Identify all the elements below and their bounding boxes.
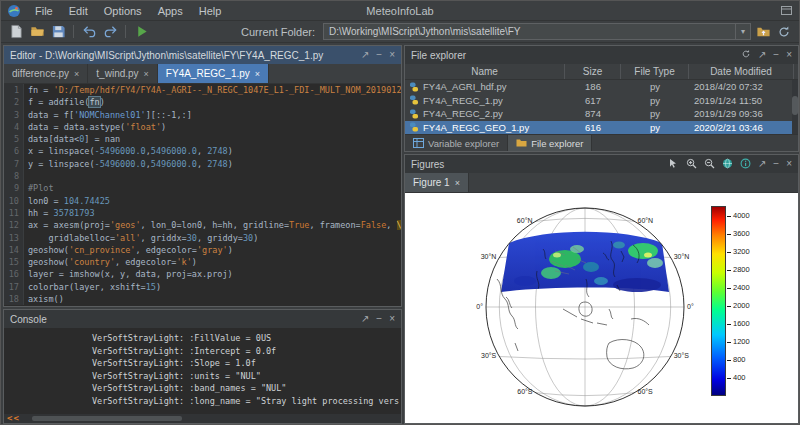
code-line: 14geoshow('cn_province', edgecolor='gray…: [4, 244, 401, 256]
code-line: 8: [4, 170, 401, 182]
scrollbar-thumb[interactable]: [792, 96, 798, 114]
parent-folder-icon[interactable]: [754, 23, 772, 41]
explorer-float-icon[interactable]: ↗: [758, 50, 766, 60]
info-icon[interactable]: [740, 158, 751, 171]
editor-title-bar: Editor - D:\Working\MIScript\Jython\mis\…: [4, 46, 401, 64]
editor-tab[interactable]: difference.py×: [4, 64, 88, 83]
column-header[interactable]: File Type: [621, 64, 689, 79]
explorer-close-icon[interactable]: ×: [786, 50, 792, 60]
fe-size: 616: [565, 122, 621, 133]
undo-icon[interactable]: [80, 23, 98, 41]
window-panel-icon[interactable]: [780, 4, 793, 17]
fe-date: 2019/1/29 09:36: [689, 108, 794, 119]
app-logo-icon: [7, 4, 21, 18]
code-area[interactable]: 1fn = 'D:/Temp/hdf/FY4/FY4A-_AGRI--_N_RE…: [4, 84, 401, 306]
code-line: 17colorbar(layer, xshift=15): [4, 281, 401, 293]
editor-tab[interactable]: t_wind.py×: [88, 64, 158, 83]
file-row[interactable]: FY4A_REGC_GEO_1.py616py2020/2/21 03:46: [405, 121, 798, 135]
tab-close-icon[interactable]: ×: [255, 69, 260, 79]
tab-close-icon[interactable]: ×: [144, 69, 149, 79]
menu-item-edit[interactable]: Edit: [61, 3, 96, 19]
py-file-icon: [409, 95, 419, 105]
colorbar-tick: [727, 288, 731, 289]
line-number: 4: [4, 121, 24, 133]
lat-label-right: 0°: [687, 303, 717, 311]
current-folder-value: D:\Working\MIScript\Jython\mis\satellite…: [329, 26, 521, 37]
console-float-icon[interactable]: ↗: [361, 314, 369, 324]
editor-tab-label: FY4A_REGC_1.py: [166, 68, 250, 79]
file-row[interactable]: FY4A_REGC_2.py874py2019/1/29 09:36: [405, 107, 798, 121]
zoom-out-icon[interactable]: [704, 158, 715, 171]
fe-date: 2020/2/21 03:46: [689, 122, 794, 133]
column-header[interactable]: Size: [565, 64, 621, 79]
explorer-minimize-icon[interactable]: −: [773, 50, 779, 60]
column-header[interactable]: Name: [405, 64, 565, 79]
code-line: 6x = linspace(-5496000.0,5496000.0, 2748…: [4, 145, 401, 157]
lat-label-left: 30°N: [466, 253, 496, 261]
open-folder-icon[interactable]: [28, 23, 46, 41]
code-line: 15geoshow('country', edgecolor='k'): [4, 256, 401, 268]
run-script-icon[interactable]: [132, 23, 150, 41]
line-number: 1: [4, 84, 24, 96]
column-header[interactable]: Date Modified: [689, 64, 794, 79]
scrollbar-thumb[interactable]: [32, 416, 182, 421]
menu-item-help[interactable]: Help: [191, 3, 230, 19]
editor-tab[interactable]: FY4A_REGC_1.py×: [158, 64, 269, 83]
explorer-refresh-icon[interactable]: [741, 49, 751, 61]
combo-dropdown-icon[interactable]: ▾: [735, 24, 750, 39]
redo-icon[interactable]: [101, 23, 119, 41]
figures-minimize-icon[interactable]: −: [773, 159, 779, 169]
menu-item-file[interactable]: File: [27, 3, 61, 19]
fig-canvas[interactable]: 60°N60°N30°N30°N0°0°30°S30°S60°S60°S4000…: [405, 193, 798, 423]
colorbar-tick: [727, 252, 731, 253]
line-number: 14: [4, 244, 24, 256]
explorer-vertical-scrollbar[interactable]: [792, 80, 798, 134]
current-folder-combo[interactable]: D:\Working\MIScript\Jython\mis\satellite…: [323, 23, 751, 40]
table-icon: [413, 138, 424, 148]
globe-icon[interactable]: [722, 158, 733, 171]
figures-panel: Figures ↗ − ×: [404, 154, 799, 424]
explorer-tab[interactable]: File explorer: [508, 135, 592, 151]
pointer-icon[interactable]: [668, 158, 679, 171]
figure-tab[interactable]: Figure 1 ×: [405, 173, 469, 192]
zoom-in-icon[interactable]: [686, 158, 697, 171]
code-line: 5data[data<0] = nan: [4, 133, 401, 145]
line-number: 18: [4, 293, 24, 305]
console-horizontal-scrollbar[interactable]: <<: [4, 414, 401, 423]
console-close-icon[interactable]: ×: [389, 314, 395, 324]
menu-item-apps[interactable]: Apps: [150, 3, 191, 19]
file-row[interactable]: FY4A_REGC_1.py617py2019/1/24 11:50: [405, 94, 798, 108]
explorer-tab[interactable]: Variable explorer: [405, 135, 508, 151]
editor-minimize-icon[interactable]: −: [376, 50, 382, 60]
figures-float-icon[interactable]: ↗: [758, 159, 766, 169]
file-name: FY4A_REGC_1.py: [423, 95, 503, 106]
console-minimize-icon[interactable]: −: [376, 314, 382, 324]
refresh-icon[interactable]: [775, 23, 793, 41]
editor-close-icon[interactable]: ×: [389, 50, 395, 60]
colorbar-tick-label: 3600: [733, 230, 750, 238]
colorbar-tick-label: 1200: [733, 338, 750, 346]
code-text: x = linspace(-5496000.0,5496000.0, 2748): [24, 145, 233, 157]
new-script-icon[interactable]: [7, 23, 25, 41]
code-line: 9#Plot: [4, 182, 401, 194]
scroll-left-icon[interactable]: <<: [4, 414, 20, 423]
tab-close-icon[interactable]: ×: [74, 69, 79, 79]
figure-tab-label: Figure 1: [413, 177, 450, 188]
tab-close-icon[interactable]: ×: [455, 178, 460, 188]
console-body[interactable]: VerSoftStrayLight: :FillValue = 0USVerSo…: [4, 328, 401, 414]
figures-close-icon[interactable]: ×: [786, 159, 792, 169]
code-text: colorbar(layer, xshift=15): [24, 281, 161, 293]
lat-label-right: 30°N: [674, 253, 704, 261]
lat-label-left: 0°: [453, 303, 483, 311]
line-number: 15: [4, 256, 24, 268]
editor-float-icon[interactable]: ↗: [361, 50, 369, 60]
colorbar-tick-label: 2800: [733, 266, 750, 274]
code-text: hh = 35781793: [24, 207, 95, 219]
save-icon[interactable]: [49, 23, 67, 41]
file-row[interactable]: FY4A_AGRI_hdf.py186py2018/4/20 07:32: [405, 80, 798, 94]
colorbar-tick: [727, 270, 731, 271]
current-folder-label: Current Folder:: [241, 26, 320, 38]
menu-item-options[interactable]: Options: [96, 3, 150, 19]
line-number: 10: [4, 195, 24, 207]
colorbar-tick-label: 2000: [733, 302, 750, 310]
